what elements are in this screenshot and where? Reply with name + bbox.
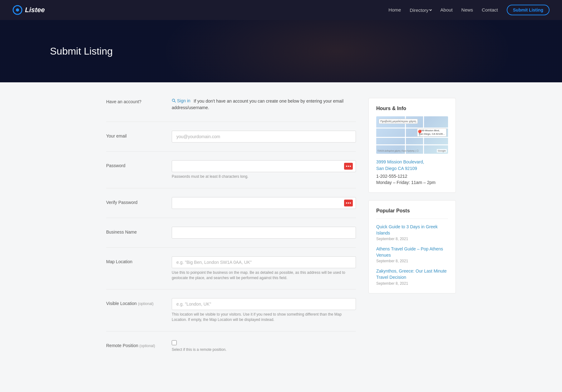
popular-post-date-1: September 8, 2021 [376, 259, 448, 263]
nav-item-home[interactable]: Home [388, 7, 401, 13]
account-label: Have an account? [106, 98, 162, 104]
nav-link-contact[interactable]: Contact [482, 7, 498, 12]
remote-position-label-col: Remote Position (optional) [106, 340, 162, 352]
address-link[interactable]: 3999 Mission Boulevard, San Diego CA 921… [376, 159, 448, 172]
phone-number: 1-202-555-1212 [376, 174, 448, 179]
map-location-hint: Use this to poinpoint the business on th… [172, 270, 356, 281]
visible-location-row: Visible Location (optional) This locatio… [106, 298, 356, 332]
hero-banner: Submit Listing [0, 20, 562, 82]
business-name-input-col [172, 227, 356, 239]
business-name-label: Business Name [106, 230, 137, 235]
password-input-wrapper [172, 160, 356, 172]
visible-location-label-col: Visible Location (optional) [106, 298, 162, 322]
logo-text: Listee [25, 6, 45, 14]
nav-item-submit[interactable]: Submit Listing [507, 5, 550, 15]
nav-links: Home Directory About News Contact Submit… [388, 5, 550, 15]
nav-item-directory[interactable]: Directory [410, 7, 431, 13]
nav-link-about[interactable]: About [440, 7, 452, 12]
remote-position-hint: Select if this is a remote position. [172, 347, 356, 352]
navigation: Listee Home Directory About News Contact… [0, 0, 562, 20]
map-location-input[interactable] [172, 256, 356, 268]
popular-post-2: Zakynthos, Greece: Our Last Minute Trave… [376, 268, 448, 285]
visible-location-label: Visible Location (optional) [106, 301, 154, 306]
password-input-col: Passwords must be at least 8 characters … [172, 160, 356, 179]
nav-item-about[interactable]: About [440, 7, 452, 13]
hero-title: Submit Listing [50, 46, 113, 57]
map-location-row: Map Location Use this to poinpoint the b… [106, 256, 356, 290]
popular-posts-title: Popular Posts [376, 208, 448, 214]
logo-icon [12, 5, 22, 15]
map-preview[interactable]: Προβολή μεγαλύτερου χάρτη 3999 Mission B… [376, 116, 448, 154]
email-label-col: Your email [106, 131, 162, 143]
map-road-h2 [376, 137, 448, 138]
main-content: Have an account? Sign in If you don't ha… [100, 98, 462, 370]
password-label-col: Password [106, 160, 162, 179]
password-label: Password [106, 163, 125, 168]
map-pin-icon: 📍 [416, 129, 424, 137]
sidebar: Hours & Info Προβολή μεγαλύτερου χάρτη 3… [368, 98, 456, 370]
business-hours: Monday – Friday: 11am – 2pm [376, 180, 448, 185]
password-input[interactable] [172, 160, 356, 172]
nav-link-directory[interactable]: Directory [410, 7, 431, 13]
popular-post-date-0: September 8, 2021 [376, 237, 448, 241]
map-location-label: Map Location [106, 259, 132, 264]
verify-password-row: Verify Password [106, 197, 356, 218]
account-info-col: Sign in If you don't have an account you… [172, 98, 356, 113]
popular-post-link-0[interactable]: Quick Guide to 3 Days in Greek Islands [376, 224, 448, 236]
remote-position-row: Remote Position (optional) Select if thi… [106, 340, 356, 361]
business-name-row: Business Name [106, 227, 356, 248]
verify-password-label: Verify Password [106, 200, 137, 205]
business-name-input[interactable] [172, 227, 356, 239]
email-input[interactable] [172, 131, 356, 143]
map-road-h3 [376, 144, 448, 145]
remote-position-label: Remote Position (optional) [106, 343, 155, 348]
remote-position-checkbox[interactable] [172, 340, 177, 345]
svg-line-3 [175, 101, 176, 103]
nav-link-home[interactable]: Home [388, 7, 401, 12]
nav-item-contact[interactable]: Contact [482, 7, 498, 13]
verify-password-input-wrapper [172, 197, 356, 209]
verify-password-input-col [172, 197, 356, 209]
chevron-down-icon [429, 8, 432, 11]
password-hint: Passwords must be at least 8 characters … [172, 174, 356, 179]
password-toggle-button[interactable] [344, 163, 353, 170]
business-name-label-col: Business Name [106, 227, 162, 239]
popular-posts-card: Popular Posts Quick Guide to 3 Days in G… [368, 200, 456, 293]
verify-password-toggle-button[interactable] [344, 200, 353, 206]
popular-post-link-2[interactable]: Zakynthos, Greece: Our Last Minute Trave… [376, 268, 448, 280]
popular-post-1: Athens Travel Guide – Pop Athens Venues … [376, 246, 448, 263]
password-row: Password Passwords must be at least 8 ch… [106, 160, 356, 188]
remote-position-input-col: Select if this is a remote position. [172, 340, 356, 352]
visible-location-input-col: This location will be visible to your vi… [172, 298, 356, 322]
map-location-input-col: Use this to poinpoint the business on th… [172, 256, 356, 281]
logo[interactable]: Listee [12, 5, 45, 15]
account-info-text: If you don't have an account you can cre… [172, 99, 343, 110]
remote-position-checkbox-row [172, 340, 356, 345]
google-logo: Google [437, 149, 447, 152]
map-location-label-col: Map Location [106, 256, 162, 281]
email-input-col [172, 131, 356, 143]
account-row: Have an account? Sign in If you don't ha… [106, 98, 356, 122]
nav-link-news[interactable]: News [461, 7, 473, 12]
visible-location-input[interactable] [172, 298, 356, 310]
popular-post-link-1[interactable]: Athens Travel Guide – Pop Athens Venues [376, 246, 448, 258]
email-row: Your email [106, 131, 356, 152]
sign-in-link[interactable]: Sign in [172, 98, 190, 103]
nav-item-news[interactable]: News [461, 7, 473, 13]
hours-info-card: Hours & Info Προβολή μεγαλύτερου χάρτη 3… [368, 98, 456, 193]
form-area: Have an account? Sign in If you don't ha… [106, 98, 356, 370]
verify-password-input[interactable] [172, 197, 356, 209]
verify-password-label-col: Verify Password [106, 197, 162, 209]
magnifier-icon [172, 99, 176, 103]
svg-point-1 [16, 8, 19, 12]
map-view-label[interactable]: Προβολή μεγαλύτερου χάρτη [379, 119, 418, 124]
popular-post-0: Quick Guide to 3 Days in Greek Islands S… [376, 224, 448, 241]
popular-post-date-2: September 8, 2021 [376, 281, 448, 286]
hours-info-title: Hours & Info [376, 106, 448, 111]
map-copyright: ©2023 Δεδομένα χάρτη | Όροι Χρήσης | ⓘ [377, 149, 419, 152]
visible-location-hint: This location will be visible to your vi… [172, 312, 356, 322]
map-inner: Προβολή μεγαλύτερου χάρτη 3999 Mission B… [376, 116, 448, 154]
popular-posts-divider [376, 219, 448, 219]
email-label: Your email [106, 133, 127, 138]
submit-listing-nav-button[interactable]: Submit Listing [507, 5, 550, 15]
